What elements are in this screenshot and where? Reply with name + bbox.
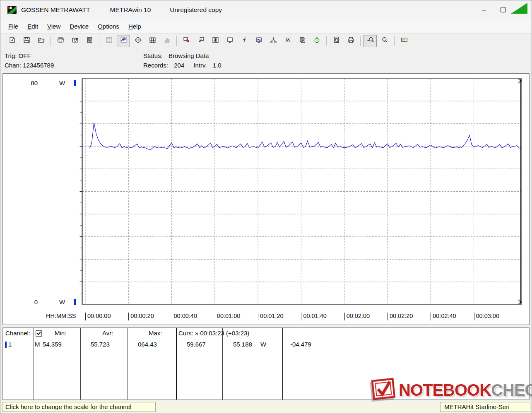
annotation-icon: [401, 36, 408, 45]
table-header-cursor: Curs: » 00:03:23 (+03:23): [178, 330, 249, 337]
annotation-button[interactable]: [397, 35, 411, 47]
file-import-icon: [9, 36, 16, 45]
channel-mixer-button[interactable]: [209, 35, 222, 47]
zoom-pointer-icon: [381, 36, 388, 45]
minimize-icon: –: [482, 6, 486, 14]
cell-cursor-a-value: 59.667: [187, 341, 206, 348]
app-logo-icon: [7, 5, 17, 15]
toolbar-separator: [360, 36, 361, 46]
file-import-button[interactable]: [5, 35, 19, 47]
table-view-icon: [149, 36, 156, 45]
cell-delta-value: -04.479: [290, 341, 311, 348]
menu-options[interactable]: Options: [93, 21, 124, 32]
file-open-icon: [38, 36, 45, 45]
menu-view[interactable]: View: [43, 21, 65, 32]
data-download-button[interactable]: [180, 35, 193, 47]
table-header-avr: Avr:: [102, 330, 113, 337]
toolbar-separator: [394, 36, 395, 46]
x-tick-label: 00:01:20: [258, 313, 283, 320]
table-column-divider: [176, 328, 177, 400]
table-view-button[interactable]: [146, 35, 159, 47]
toolbar-corner-triangle-icon: [511, 3, 527, 14]
x-tick-label: 00:00:20: [128, 313, 154, 320]
scale-hint-message[interactable]: Click here to change the scale for the c…: [2, 402, 156, 412]
y-axis-unit-bottom: W: [59, 298, 65, 306]
app-window: GOSSEN METRAWATT METRAwin 10 Unregistere…: [0, 0, 532, 414]
file-save-button[interactable]: [20, 35, 33, 47]
title-bar: GOSSEN METRAWATT METRAwin 10 Unregistere…: [0, 0, 532, 19]
x-tick-label: 00:01:40: [301, 313, 326, 320]
menu-help[interactable]: Help: [124, 21, 146, 32]
zoom-pointer-button[interactable]: [378, 35, 391, 47]
zoom-curve-icon: [367, 36, 374, 45]
meter-snapshot-icon: [72, 36, 79, 45]
zoom-curve-button[interactable]: [363, 35, 377, 47]
file-open-button[interactable]: [34, 35, 48, 47]
table-header-channel: Channel:: [5, 330, 30, 337]
info-panel: Trig: OFF Chan: 123456789 Status: Browsi…: [0, 48, 532, 73]
cell-max-value: 064.43: [138, 341, 157, 348]
table-column-divider: [222, 328, 223, 400]
meter-setup-button[interactable]: [83, 35, 96, 47]
split-channels-icon: [270, 36, 277, 45]
formula-button[interactable]: [238, 35, 251, 47]
meter-display-button[interactable]: [54, 35, 67, 47]
channel-color-marker: [74, 80, 76, 86]
chart-panel: 80 W 0 W HH:MM:SS 00:00:0000:00:2000:00:…: [2, 73, 530, 325]
table-column-divider: [282, 328, 283, 400]
title-app: METRAwin 10: [110, 6, 151, 14]
x-tick-label: 00:02:00: [344, 313, 370, 320]
interval-timer-icon: [313, 36, 320, 45]
interval-value: 1.0: [213, 62, 221, 69]
device-model-status: METRAHit Starline-Seri: [440, 402, 530, 412]
histogram-view-icon: [164, 36, 171, 45]
title-license: Unregistered copy: [170, 6, 222, 14]
cell-channel-mode: M: [35, 341, 40, 348]
toolbar-separator: [51, 36, 51, 46]
toolbar: [0, 34, 532, 48]
records-value: 204: [174, 62, 184, 69]
trigger-channel-info: Trig: OFF Chan: 123456789: [5, 51, 54, 70]
x-tick-label: 00:02:20: [388, 313, 413, 320]
status-records-info: Status: Browsing Data Records: 204 Intrv…: [143, 51, 221, 70]
menu-bar: FileEditViewDeviceOptionsHelp: [0, 19, 532, 34]
channel-color-marker: [74, 299, 76, 305]
channel-visibility-checkbox[interactable]: [36, 330, 42, 337]
toolbar-separator: [99, 36, 99, 46]
records-label: Records:: [143, 62, 168, 69]
limits-envelope-icon: [284, 36, 291, 45]
report-pages-button[interactable]: [296, 35, 309, 47]
menu-edit[interactable]: Edit: [23, 21, 43, 32]
split-channels-button[interactable]: [267, 35, 280, 47]
scope-view-icon: [135, 36, 142, 45]
cell-cursor-b-value: 55.188: [233, 341, 252, 348]
maximize-button[interactable]: [493, 0, 513, 19]
status-bar: Click here to change the scale for the c…: [0, 401, 532, 413]
table-column-divider: [128, 328, 128, 400]
cell-min-value: 54.359: [43, 341, 62, 348]
channel-color-marker: [5, 342, 7, 348]
print-preview-button[interactable]: [330, 35, 343, 47]
y-axis-max-label: 80: [23, 79, 38, 87]
channel-list: Chan: 123456789: [5, 60, 54, 70]
data-upload-button[interactable]: [194, 35, 207, 47]
limits-envelope-button[interactable]: [281, 35, 294, 47]
line-chart-view-button[interactable]: [117, 35, 130, 47]
interval-timer-button[interactable]: [310, 35, 323, 47]
x-tick-label: 00:00:40: [172, 313, 197, 320]
channel-mixer-icon: [212, 36, 219, 45]
monitor-view-button[interactable]: [223, 35, 236, 47]
menu-device[interactable]: Device: [65, 21, 93, 32]
scope-view-button[interactable]: [131, 35, 144, 47]
table-header-max: Max:: [149, 330, 162, 337]
meter-snapshot-button[interactable]: [68, 35, 82, 47]
formula-icon: [241, 36, 248, 45]
menu-file[interactable]: File: [4, 21, 23, 32]
print-preview-icon: [333, 36, 340, 45]
x-tick-label: 00:00:00: [85, 313, 111, 320]
print-button[interactable]: [344, 35, 357, 47]
live-monitor-button[interactable]: [252, 35, 265, 47]
minimize-button[interactable]: –: [474, 0, 493, 19]
power-chart-plot[interactable]: [78, 78, 522, 305]
x-axis-ticks: 00:00:0000:00:2000:00:4000:01:0000:01:20…: [3, 313, 529, 322]
